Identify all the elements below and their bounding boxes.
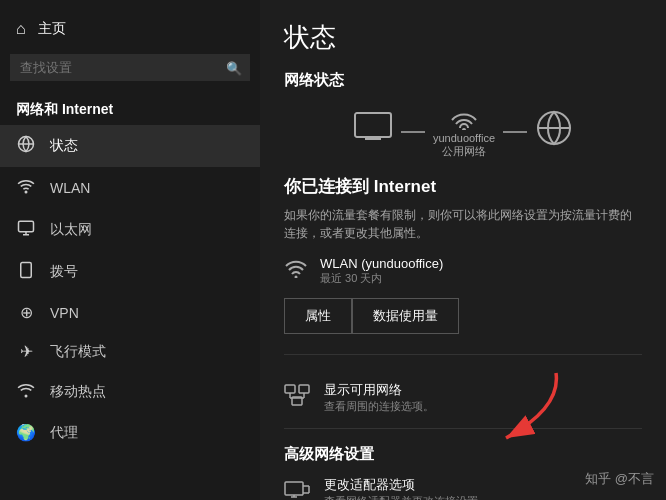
wifi-info-icon — [284, 258, 308, 284]
vpn-icon: ⊕ — [16, 303, 36, 322]
computer-icon — [353, 111, 393, 153]
hotspot-icon — [16, 381, 36, 403]
wifi-info: WLAN (yunduooffice) 最近 30 天内 — [284, 256, 642, 286]
proxy-icon: 🌍 — [16, 423, 36, 442]
wifi-name: WLAN (yunduooffice) — [320, 256, 443, 271]
globe-icon — [535, 109, 573, 155]
connected-title: 你已连接到 Internet — [284, 175, 642, 198]
data-usage-button[interactable]: 数据使用量 — [352, 298, 459, 334]
line-2 — [503, 131, 527, 133]
search-input[interactable] — [10, 54, 250, 81]
dialup-icon — [16, 261, 36, 283]
svg-rect-23 — [285, 482, 303, 495]
sidebar-item-vpn[interactable]: ⊕ VPN — [0, 293, 260, 332]
sidebar-item-airplane[interactable]: ✈ 飞行模式 — [0, 332, 260, 371]
svg-point-12 — [462, 128, 466, 130]
advanced-title: 高级网络设置 — [284, 445, 642, 464]
show-networks-text: 显示可用网络 查看周围的连接选项。 — [324, 381, 434, 414]
sidebar-item-hotspot-label: 移动热点 — [50, 383, 106, 401]
wifi-sub: 最近 30 天内 — [320, 271, 443, 286]
sidebar: ⌂ 主页 🔍 网络和 Internet 状态 WLAN — [0, 0, 260, 500]
action-buttons: 属性 数据使用量 — [284, 298, 642, 334]
sidebar-item-ethernet-label: 以太网 — [50, 221, 92, 239]
divider-2 — [284, 428, 642, 429]
properties-button[interactable]: 属性 — [284, 298, 352, 334]
page-title: 状态 — [284, 20, 642, 55]
status-icon — [16, 135, 36, 157]
line-1 — [401, 131, 425, 133]
connected-desc: 如果你的流量套餐有限制，则你可以将此网络设置为按流量计费的连接，或者更改其他属性… — [284, 206, 642, 242]
watermark: 知乎 @不言 — [585, 470, 654, 488]
search-icon: 🔍 — [226, 60, 242, 75]
sidebar-section-title: 网络和 Internet — [0, 91, 260, 125]
sidebar-item-status-label: 状态 — [50, 137, 78, 155]
wifi-info-text: WLAN (yunduooffice) 最近 30 天内 — [320, 256, 443, 286]
adapter-option-text: 更改适配器选项 查看网络适配器并更改连接设置。 — [324, 476, 489, 500]
show-networks[interactable]: 显示可用网络 查看周围的连接选项。 — [284, 371, 642, 424]
svg-point-8 — [25, 395, 27, 397]
show-networks-sub: 查看周围的连接选项。 — [324, 399, 434, 414]
svg-rect-9 — [355, 113, 391, 137]
wifi-diagram-label: yunduooffice 公用网络 — [433, 132, 495, 159]
main-content: 状态 网络状态 yunduooffice — [260, 0, 666, 500]
adapter-sub: 查看网络适配器并更改连接设置。 — [324, 494, 489, 500]
svg-rect-3 — [19, 221, 34, 232]
adapter-icon — [284, 479, 310, 501]
sidebar-item-proxy[interactable]: 🌍 代理 — [0, 413, 260, 452]
sidebar-search-container: 🔍 — [10, 54, 250, 81]
sidebar-item-wlan-label: WLAN — [50, 180, 90, 196]
sidebar-item-dialup-label: 拨号 — [50, 263, 78, 281]
sidebar-home-button[interactable]: ⌂ 主页 — [0, 10, 260, 48]
svg-point-2 — [25, 191, 27, 193]
svg-rect-17 — [299, 385, 309, 393]
sidebar-item-proxy-label: 代理 — [50, 424, 78, 442]
svg-point-15 — [295, 276, 298, 279]
home-icon: ⌂ — [16, 20, 26, 38]
network-diagram: yunduooffice 公用网络 — [284, 104, 642, 159]
sidebar-home-label: 主页 — [38, 20, 66, 38]
sidebar-item-hotspot[interactable]: 移动热点 — [0, 371, 260, 413]
sidebar-item-dialup[interactable]: 拨号 — [0, 251, 260, 293]
wifi-diagram: yunduooffice 公用网络 — [433, 104, 495, 159]
sidebar-item-ethernet[interactable]: 以太网 — [0, 209, 260, 251]
network-list-icon — [284, 384, 310, 412]
svg-rect-16 — [285, 385, 295, 393]
sidebar-item-status[interactable]: 状态 — [0, 125, 260, 167]
adapter-title: 更改适配器选项 — [324, 476, 489, 494]
sidebar-item-airplane-label: 飞行模式 — [50, 343, 106, 361]
wlan-icon — [16, 177, 36, 199]
ethernet-icon — [16, 219, 36, 241]
main-content-wrapper: 状态 网络状态 yunduooffice — [260, 0, 666, 500]
divider-1 — [284, 354, 642, 355]
show-networks-title: 显示可用网络 — [324, 381, 434, 399]
airplane-icon: ✈ — [16, 342, 36, 361]
sidebar-item-vpn-label: VPN — [50, 305, 79, 321]
sidebar-item-wlan[interactable]: WLAN — [0, 167, 260, 209]
network-status-title: 网络状态 — [284, 71, 642, 90]
